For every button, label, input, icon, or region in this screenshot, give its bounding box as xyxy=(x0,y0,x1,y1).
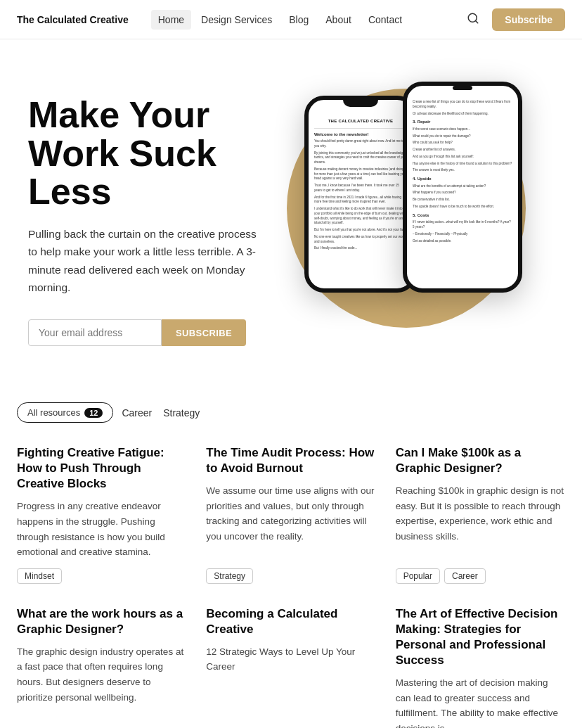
phone-notch-left xyxy=(343,100,378,107)
article-excerpt: 12 Strategic Ways to Level Up Your Caree… xyxy=(206,644,375,728)
article-title[interactable]: What are the work hours as a Graphic Des… xyxy=(17,606,186,637)
article-title[interactable]: Fighting Creative Fatigue: How to Push T… xyxy=(17,445,186,492)
article-title[interactable]: The Time Audit Process: How to Avoid Bur… xyxy=(206,445,375,476)
article-tags: Strategy xyxy=(206,568,375,584)
article-card: Fighting Creative Fatigue: How to Push T… xyxy=(17,445,186,584)
tag-badge[interactable]: Strategy xyxy=(206,568,253,584)
filter-career-button[interactable]: Career xyxy=(119,403,155,423)
hero-title: Make Your Work Suck Less xyxy=(28,96,259,211)
hero-subscribe-button[interactable]: SUBSCRIBE xyxy=(162,319,246,346)
tag-badge[interactable]: Mindset xyxy=(17,568,62,584)
article-excerpt: Progress in any creative endeavor happen… xyxy=(17,499,186,559)
article-card: Can I Make $100k as a Graphic Designer?R… xyxy=(396,445,565,584)
hero-left: Make Your Work Suck Less Pulling back th… xyxy=(28,82,259,346)
article-card: What are the work hours as a Graphic Des… xyxy=(17,606,186,728)
phone-content-left: THE CALCULATED CREATIVE Welcome to the n… xyxy=(309,111,413,260)
nav-about[interactable]: About xyxy=(318,10,358,30)
nav-blog[interactable]: Blog xyxy=(282,10,316,30)
filter-strategy-button[interactable]: Strategy xyxy=(160,403,202,423)
filter-all-button[interactable]: All resources 12 xyxy=(17,402,113,423)
search-button[interactable] xyxy=(463,8,484,31)
article-tags: Mindset xyxy=(17,568,186,584)
search-icon xyxy=(467,12,479,25)
article-title[interactable]: The Art of Effective Decision Making: St… xyxy=(396,606,565,668)
svg-line-1 xyxy=(476,20,478,23)
hero-section: Make Your Work Suck Less Pulling back th… xyxy=(0,39,582,388)
resources-section: All resources 12 Career Strategy Fightin… xyxy=(0,388,582,728)
email-input[interactable] xyxy=(28,319,162,346)
tag-badge[interactable]: Career xyxy=(444,568,486,584)
article-card: The Time Audit Process: How to Avoid Bur… xyxy=(206,445,375,584)
nav-contact[interactable]: Contact xyxy=(361,10,409,30)
nav-right: Subscribe xyxy=(463,8,565,31)
article-tags: PopularCareer xyxy=(396,568,565,584)
article-excerpt: Reaching $100k in graphic design is not … xyxy=(396,483,565,559)
phone-mockups: THE CALCULATED CREATIVE Welcome to the n… xyxy=(304,82,522,293)
navbar: The Calculated Creative Home Design Serv… xyxy=(0,0,582,39)
article-excerpt: Mastering the art of decision making can… xyxy=(396,675,565,728)
article-title[interactable]: Can I Make $100k as a Graphic Designer? xyxy=(396,445,565,476)
filter-bar: All resources 12 Career Strategy xyxy=(17,402,565,423)
nav-design-services[interactable]: Design Services xyxy=(194,10,279,30)
filter-all-count: 12 xyxy=(84,408,103,418)
article-title[interactable]: Becoming a Calculated Creative xyxy=(206,606,375,637)
nav-home[interactable]: Home xyxy=(151,10,191,30)
subscribe-button[interactable]: Subscribe xyxy=(492,8,565,31)
nav-links: Home Design Services Blog About Contact xyxy=(151,10,463,30)
article-card: Becoming a Calculated Creative12 Strateg… xyxy=(206,606,375,728)
article-excerpt: The graphic design industry operates at … xyxy=(17,644,186,728)
phone-right: Create a new list of things you can do t… xyxy=(403,82,522,293)
hero-form: SUBSCRIBE xyxy=(28,319,259,346)
article-card: The Art of Effective Decision Making: St… xyxy=(396,606,565,728)
filter-all-label: All resources xyxy=(27,407,80,418)
article-excerpt: We assume our time use aligns with our p… xyxy=(206,483,375,559)
tag-badge[interactable]: Popular xyxy=(396,568,440,584)
hero-subtitle: Pulling back the curtain on the creative… xyxy=(28,225,259,297)
brand-name: The Calculated Creative xyxy=(17,14,129,25)
phone-camera-right xyxy=(453,86,472,90)
phone-content-right: Create a new list of things you can do t… xyxy=(407,93,518,253)
phone-left: THE CALCULATED CREATIVE Welcome to the n… xyxy=(304,96,417,293)
articles-grid: Fighting Creative Fatigue: How to Push T… xyxy=(17,445,565,728)
hero-right: THE CALCULATED CREATIVE Welcome to the n… xyxy=(273,82,554,293)
